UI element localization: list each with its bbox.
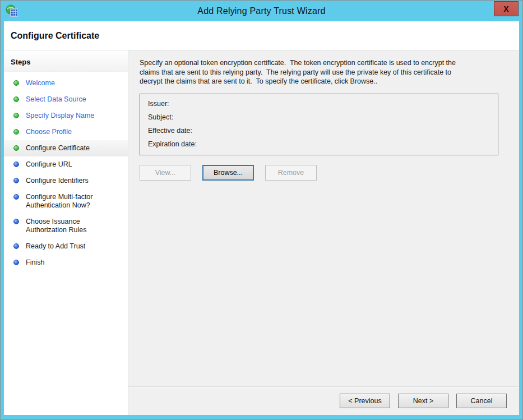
step-status-dot	[13, 219, 19, 224]
wizard-window: Add Relying Party Trust Wizard X Configu…	[0, 0, 523, 420]
certificate-info-box: Issuer: Subject: Effective date: Expirat…	[140, 94, 498, 155]
step-select-data-source[interactable]: Select Data Source	[4, 91, 128, 108]
step-choose-profile[interactable]: Choose Profile	[4, 124, 128, 140]
close-button[interactable]: X	[494, 1, 519, 16]
step-configure-identifiers: Configure Identifiers	[4, 173, 128, 189]
main-content: Specify an optional token encryption cer…	[128, 50, 519, 415]
step-configure-mfa: Configure Multi-factor Authentication No…	[4, 189, 128, 214]
cert-effective-date-label: Effective date:	[148, 124, 490, 137]
wizard-footer: < Previous Next > Cancel	[128, 386, 519, 415]
steps-sidebar: Steps Welcome Select Data Source Specify…	[4, 50, 128, 415]
step-ready-to-add-trust: Ready to Add Trust	[4, 238, 128, 255]
steps-heading: Steps	[4, 53, 128, 72]
titlebar: Add Relying Party Trust Wizard X	[1, 1, 522, 21]
content-inner: Specify an optional token encryption cer…	[128, 50, 519, 386]
step-welcome[interactable]: Welcome	[4, 75, 128, 91]
cancel-button[interactable]: Cancel	[456, 394, 507, 408]
next-button[interactable]: Next >	[398, 394, 448, 408]
step-status-dot	[13, 96, 19, 102]
browse-button[interactable]: Browse...	[202, 165, 254, 181]
step-status-dot	[13, 113, 19, 118]
window-title: Add Relying Party Trust Wizard	[1, 1, 522, 21]
step-configure-url: Configure URL	[4, 156, 128, 173]
adfs-app-icon	[6, 4, 18, 17]
certificate-actions: View... Browse... Remove	[140, 165, 502, 181]
cert-subject-label: Subject:	[148, 110, 490, 124]
view-button: View...	[140, 165, 191, 181]
page-body: Steps Welcome Select Data Source Specify…	[4, 50, 519, 415]
step-specify-display-name[interactable]: Specify Display Name	[4, 108, 128, 124]
step-status-dot	[13, 260, 19, 265]
step-status-dot	[13, 161, 19, 167]
page-description: Specify an optional token encryption cer…	[140, 58, 502, 86]
step-status-dot	[13, 178, 19, 183]
step-status-dot	[13, 194, 19, 200]
step-finish: Finish	[4, 255, 128, 271]
step-status-dot	[13, 145, 19, 151]
cert-expiration-date-label: Expiration date:	[148, 137, 490, 151]
cert-issuer-label: Issuer:	[148, 97, 490, 110]
step-configure-certificate: Configure Certificate	[4, 140, 128, 156]
step-status-dot	[13, 129, 19, 135]
page-title: Configure Certificate	[11, 31, 99, 41]
steps-list: Welcome Select Data Source Specify Displ…	[4, 75, 128, 271]
wizard-frame: Configure Certificate Steps Welcome Sele…	[4, 21, 519, 415]
step-choose-issuance-rules: Choose Issuance Authorization Rules	[4, 214, 128, 238]
remove-button: Remove	[265, 165, 317, 181]
previous-button[interactable]: < Previous	[340, 394, 390, 408]
page-header: Configure Certificate	[4, 21, 519, 50]
step-status-dot	[13, 243, 19, 249]
step-status-dot	[13, 80, 19, 86]
